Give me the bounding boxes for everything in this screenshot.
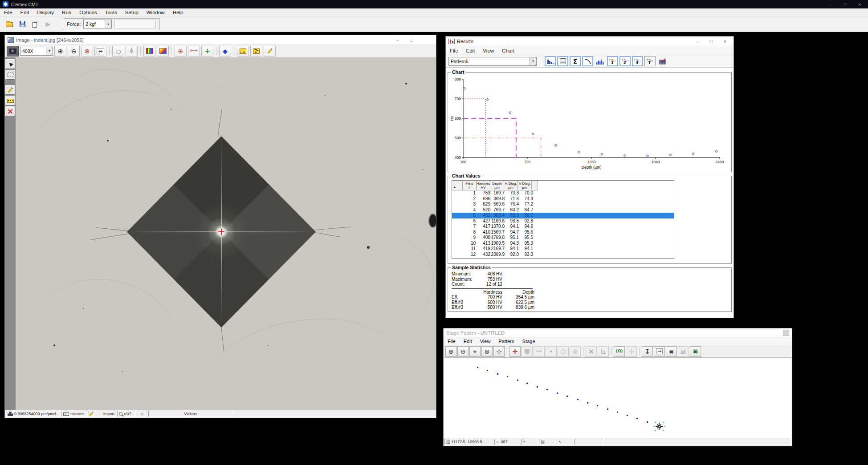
minimize-icon[interactable]: – — [392, 37, 403, 43]
clear-grid-button[interactable]: ⊠ — [678, 346, 689, 357]
chevron-down-icon[interactable]: ▾ — [530, 57, 536, 65]
app-menu-file[interactable]: File — [0, 8, 16, 16]
results-menu-view[interactable]: View — [479, 46, 498, 55]
rect-select-button[interactable] — [5, 70, 15, 80]
add-point-button[interactable]: + — [509, 346, 521, 357]
chart-3-button[interactable]: 3 — [632, 56, 643, 66]
minimize-icon[interactable]: – — [692, 39, 703, 44]
table-row[interactable]: 2696369.871.674.4 — [452, 196, 674, 202]
maximize-icon[interactable]: □ — [839, 2, 851, 7]
table-row[interactable]: 104131969.594.395.3 — [452, 241, 674, 247]
measure-h-button[interactable]: ⊢⊣ — [188, 46, 200, 57]
stage-titlebar[interactable]: Stage Pattern - UNTITLED — [444, 328, 792, 337]
sort-column-header[interactable]: ▲ — [452, 181, 463, 190]
stage-pattern-point[interactable] — [607, 408, 608, 410]
delete-point-button[interactable]: × — [586, 346, 597, 357]
stage-pattern-point[interactable] — [526, 383, 528, 384]
app-menu-display[interactable]: Display — [33, 8, 58, 16]
zoom-out-button[interactable]: ⊖ — [68, 46, 80, 57]
column-header[interactable]: V Diag.µm — [518, 181, 532, 190]
color-map-button[interactable] — [157, 46, 169, 57]
diamond-blue-button[interactable]: ◆ — [219, 46, 231, 57]
zoom-fit-button[interactable]: ⊛ — [481, 346, 493, 357]
measure-yellow2-button[interactable] — [250, 46, 262, 57]
probe-button[interactable]: ↧ — [642, 346, 653, 357]
stage-menu-stage[interactable]: Stage — [518, 337, 539, 345]
stage-pattern-point[interactable] — [566, 396, 568, 397]
force-select[interactable]: 2 kgf ▾ — [83, 20, 112, 28]
histogram-button[interactable] — [545, 56, 556, 66]
cursor-button[interactable]: ▶ — [5, 59, 15, 69]
sigma-button[interactable]: Σ — [570, 56, 581, 66]
grid-export-button[interactable] — [657, 56, 668, 66]
measure-width-button[interactable]: ↔ — [94, 46, 106, 57]
import-box-button[interactable]: → — [654, 346, 665, 357]
column-header[interactable]: H Diag.µm — [504, 181, 518, 190]
table-row[interactable]: 74171370.094.194.6 — [452, 224, 674, 230]
stage-menu-edit[interactable]: Edit — [460, 337, 476, 345]
table-row[interactable]: 124322369.992.093.3 — [452, 252, 674, 258]
micrograph-canvas[interactable] — [16, 57, 436, 410]
delete-x-button[interactable]: × — [5, 106, 15, 116]
stage-pattern-point[interactable] — [617, 412, 618, 413]
stage-pattern-point[interactable] — [587, 402, 588, 404]
results-titlebar[interactable]: Results – □ × — [446, 36, 734, 46]
app-menu-window[interactable]: Window — [143, 8, 169, 16]
hardness-depth-chart[interactable]: 400500600700800160720128018402400Depth (… — [450, 76, 724, 171]
column-header[interactable]: Depthµm — [490, 181, 504, 190]
list-view-button[interactable] — [557, 56, 568, 66]
bars-button[interactable] — [595, 56, 606, 66]
table-row[interactable]: 4520769.784.284.7 — [452, 207, 674, 213]
close-icon[interactable]: × — [719, 39, 731, 44]
chevron-down-icon[interactable]: ▾ — [46, 47, 53, 55]
stage-pattern-point[interactable] — [577, 399, 579, 400]
stage-pattern-canvas[interactable] — [444, 358, 791, 438]
open-folder-button[interactable] — [4, 19, 15, 29]
chevron-down-icon[interactable]: ▾ — [105, 20, 111, 28]
select-area-button[interactable]: ⊡ — [598, 346, 609, 357]
stage-pattern-point[interactable] — [477, 367, 478, 368]
zoom-point-button[interactable]: ⌖ — [469, 346, 481, 357]
run-button[interactable]: ▶ — [42, 19, 54, 29]
table-row[interactable]: 64271169.693.592.8 — [452, 218, 674, 224]
stage-pattern-point[interactable] — [546, 389, 548, 390]
color-bars-button[interactable] — [143, 46, 155, 57]
magnification-select[interactable]: 400X ▾ — [20, 47, 53, 56]
chart-1-button[interactable]: 1 — [607, 56, 618, 66]
brightness-button[interactable] — [126, 46, 138, 57]
zoom-in-button[interactable]: ⊕ — [54, 46, 66, 57]
stage-menu-pattern[interactable]: Pattern — [494, 337, 518, 345]
stage-pattern-point[interactable] — [537, 386, 538, 388]
origin-button[interactable]: (O) — [614, 346, 625, 357]
crosshair-green-button[interactable]: + — [201, 46, 213, 57]
stage-pattern-point[interactable] — [487, 370, 488, 371]
stage-pattern-point[interactable] — [597, 405, 598, 406]
stage-pattern-point[interactable] — [627, 415, 628, 416]
curve-button[interactable] — [582, 56, 593, 66]
results-menu-chart[interactable]: Chart — [498, 46, 518, 55]
stage-menu-view[interactable]: View — [476, 337, 495, 345]
stage-pattern-point[interactable] — [517, 380, 518, 381]
table-row[interactable]: 5462969.489.989.2 — [452, 213, 674, 218]
zoom-in-button[interactable]: ⊕ — [445, 346, 456, 357]
table-row[interactable]: 3629569.676.477.2 — [452, 202, 674, 207]
stage-pattern-point[interactable] — [497, 373, 498, 375]
app-menu-tools[interactable]: Tools — [101, 8, 121, 16]
table-row[interactable]: 94081769.895.195.5 — [452, 235, 674, 241]
table-row[interactable]: 84101569.794.795.6 — [452, 230, 674, 235]
image-window-titlebar[interactable]: Image - indent.jpg [2464x2056] – □ — [5, 35, 436, 45]
copy-grid-button[interactable]: ▣ — [690, 346, 701, 357]
stage-pattern-point[interactable] — [507, 376, 508, 377]
save-button[interactable] — [16, 19, 28, 29]
minimize-icon[interactable]: – — [825, 2, 837, 7]
results-menu-edit[interactable]: Edit — [462, 46, 479, 55]
force-extra-field[interactable] — [114, 20, 156, 28]
column-header[interactable]: Field# — [463, 181, 477, 190]
camera-button[interactable] — [7, 46, 19, 57]
app-menu-help[interactable]: Help — [169, 8, 187, 16]
app-menu-options[interactable]: Options — [75, 8, 101, 16]
measure-yellow-button[interactable] — [237, 46, 249, 57]
zoom-out-button[interactable]: ⊖ — [457, 346, 469, 357]
column-header[interactable]: HardnessHV — [477, 181, 490, 190]
pencil-button[interactable] — [264, 46, 276, 57]
